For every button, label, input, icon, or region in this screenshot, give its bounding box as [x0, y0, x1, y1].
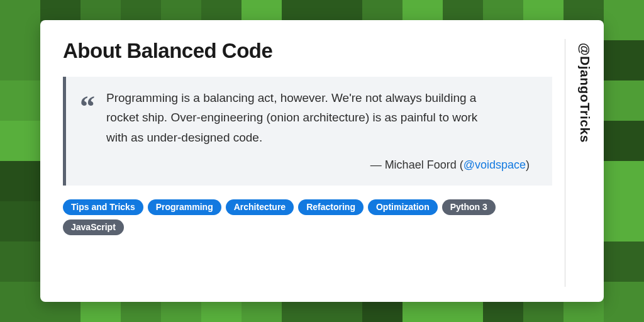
tag-optimization[interactable]: Optimization [368, 199, 438, 215]
sidebar: @DjangoTricks [565, 39, 604, 287]
tag-python-3[interactable]: Python 3 [442, 199, 496, 215]
quote-attribution: — Michael Foord (@voidspace) [80, 158, 530, 172]
quote-block: “ Programming is a balancing act, howeve… [63, 77, 552, 186]
brand-handle: @DjangoTricks [577, 43, 592, 143]
tag-architecture[interactable]: Architecture [226, 199, 294, 215]
tag-refactoring[interactable]: Refactoring [298, 199, 364, 215]
main-column: About Balanced Code “ Programming is a b… [63, 39, 565, 287]
tag-programming[interactable]: Programming [148, 199, 221, 215]
author-name: — Michael Foord ( [370, 158, 464, 171]
quote-mark-icon: “ [80, 98, 95, 116]
author-handle-link[interactable]: @voidspace [464, 158, 526, 171]
tag-list: Tips and TricksProgrammingArchitectureRe… [63, 199, 552, 235]
content-card: About Balanced Code “ Programming is a b… [40, 20, 604, 302]
author-suffix: ) [526, 158, 530, 171]
tag-javascript[interactable]: JavaScript [63, 219, 124, 235]
tag-tips-and-tricks[interactable]: Tips and Tricks [63, 199, 143, 215]
quote-text: Programming is a balancing act, however.… [80, 88, 530, 147]
page-title: About Balanced Code [63, 39, 552, 63]
